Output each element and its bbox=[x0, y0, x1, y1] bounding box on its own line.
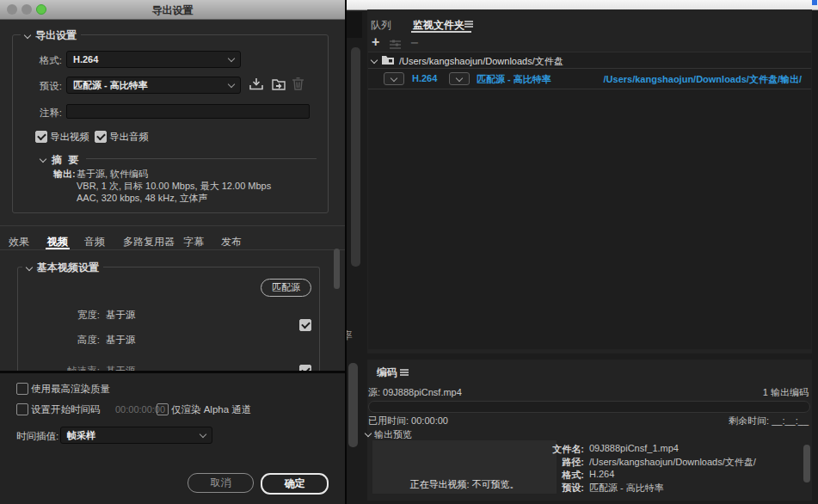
format-label: 格式: bbox=[26, 54, 62, 67]
encoding-source: 源: 09J888piCnsf.mp4 bbox=[368, 386, 462, 399]
export-video-label[interactable]: 导出视频 bbox=[50, 131, 89, 144]
chevron-down-icon bbox=[200, 430, 206, 437]
output-preview-legend[interactable]: 输出预览 bbox=[374, 428, 412, 441]
tab-publish[interactable]: 发布 bbox=[221, 235, 242, 249]
max-render-quality-checkbox[interactable] bbox=[16, 383, 28, 395]
file-name-label: 文件名: bbox=[532, 443, 584, 456]
background-fragment bbox=[347, 12, 362, 38]
tab-multiplexer[interactable]: 多路复用器 bbox=[123, 235, 175, 249]
row-divider bbox=[368, 89, 811, 89]
summary-line2: VBR, 1 次, 目标 10.00 Mbps, 最大 12.00 Mbps bbox=[77, 180, 271, 193]
video-setting-checkbox[interactable] bbox=[299, 319, 311, 331]
ok-button-label: 确定 bbox=[285, 476, 305, 491]
output-preview-box: 正在导出视频: 不可预览。 bbox=[372, 440, 557, 494]
auto-encode-settings-icon[interactable] bbox=[390, 40, 401, 49]
import-preset-icon[interactable] bbox=[272, 78, 286, 90]
remove-watch-folder-icon[interactable]: − bbox=[410, 35, 418, 51]
group-chevron-icon bbox=[26, 263, 33, 270]
watch-folder-icon bbox=[382, 55, 394, 65]
dialog-titlebar[interactable]: 导出设置 bbox=[0, 0, 345, 20]
encoding-panel: 编码 源: 09J888piCnsf.mp4 1 输出编码 已用时间: 00:0… bbox=[367, 360, 812, 501]
save-preset-icon[interactable] bbox=[249, 78, 263, 90]
panel-menu-icon[interactable] bbox=[464, 21, 473, 22]
watch-folder-path[interactable]: /Users/kangshaojun/Downloads/文件盘 bbox=[399, 55, 563, 68]
encoding-panel-title: 编码 bbox=[377, 366, 397, 380]
row-format-link[interactable]: H.264 bbox=[412, 73, 437, 83]
vertical-scrollbar-thumb[interactable] bbox=[803, 445, 810, 482]
path-label: 路径: bbox=[532, 456, 584, 469]
format-dropdown[interactable] bbox=[384, 72, 404, 85]
export-audio-checkbox[interactable] bbox=[95, 131, 107, 143]
collapse-chevron-icon[interactable] bbox=[371, 57, 378, 64]
render-alpha-checkbox[interactable] bbox=[157, 403, 169, 415]
active-tab-underline bbox=[46, 248, 70, 249]
cancel-button-label: 取消 bbox=[211, 476, 231, 490]
encoding-progress-bar bbox=[368, 401, 810, 413]
tab-effects[interactable]: 效果 bbox=[9, 235, 29, 249]
time-interpolation-value: 帧采样 bbox=[67, 429, 95, 442]
encoding-panel-menu-icon[interactable] bbox=[400, 369, 409, 371]
delete-preset-icon[interactable] bbox=[292, 77, 304, 90]
preview-message: 正在导出视频: 不可预览。 bbox=[372, 478, 557, 491]
preset-value: 匹配源 - 高比特率 bbox=[589, 482, 664, 495]
path-value: /Users/kangshaojun/Downloads/文件盘/ bbox=[589, 456, 756, 469]
dialog-scrollbar-thumb[interactable] bbox=[334, 249, 340, 289]
chevron-down-icon bbox=[391, 74, 397, 81]
ok-button[interactable]: 确定 bbox=[261, 473, 329, 495]
preset-label: 预设: bbox=[26, 80, 62, 93]
file-name-value: 09J888piCnsf_1.mp4 bbox=[589, 443, 679, 453]
app-root: 率 队列 监视文件夹 + − 格式 预设 输出文件夹 bbox=[0, 0, 818, 504]
watch-folder-row[interactable]: /Users/kangshaojun/Downloads/文件盘 bbox=[368, 52, 811, 68]
export-settings-dialog: 导出设置 导出设置 格式: H.264 预设: 匹配源 - 高比特率 bbox=[0, 0, 347, 504]
basic-video-settings-legend[interactable]: 基本视频设置 bbox=[22, 261, 103, 275]
match-source-button-label: 匹配源 bbox=[272, 281, 300, 294]
dialog-bottom-options: 使用最高渲染质量 设置开始时间码 00:00:00:00 仅渲染 Alpha 通… bbox=[0, 373, 345, 504]
chevron-down-icon bbox=[228, 54, 235, 61]
cancel-button[interactable]: 取消 bbox=[188, 473, 254, 493]
group-chevron-icon bbox=[24, 31, 31, 38]
check-icon bbox=[301, 320, 311, 329]
render-alpha-label[interactable]: 仅渲染 Alpha 通道 bbox=[171, 403, 251, 416]
row-preset-link[interactable]: 匹配源 - 高比特率 bbox=[477, 73, 551, 86]
start-timecode-checkbox[interactable] bbox=[16, 403, 28, 415]
match-source-button[interactable]: 匹配源 bbox=[261, 279, 311, 297]
watch-folders-panel: 队列 监视文件夹 + − 格式 预设 输出文件夹 bbox=[367, 9, 812, 353]
format-select-value: H.264 bbox=[73, 54, 98, 65]
export-settings-legend[interactable]: 导出设置 bbox=[21, 28, 81, 43]
remaining-time: 剩余时间: __:__:__ bbox=[729, 415, 809, 427]
watch-folder-list: /Users/kangshaojun/Downloads/文件盘 H.264 匹… bbox=[368, 52, 811, 349]
basic-video-settings-legend-text: 基本视频设置 bbox=[37, 261, 99, 275]
max-render-quality-label[interactable]: 使用最高渲染质量 bbox=[31, 383, 110, 396]
summary-output-label: 输出: bbox=[53, 168, 76, 181]
format-select[interactable]: H.264 bbox=[66, 51, 241, 68]
summary-line3: AAC, 320 kbps, 48 kHz, 立体声 bbox=[77, 192, 208, 205]
comment-input[interactable] bbox=[66, 104, 310, 119]
encoding-output-count: 1 输出编码 bbox=[763, 386, 809, 399]
add-watch-folder-icon[interactable]: + bbox=[372, 36, 379, 48]
export-settings-legend-text: 导出设置 bbox=[35, 28, 77, 43]
background-scrollbar[interactable] bbox=[348, 363, 358, 447]
format-value: H.264 bbox=[589, 469, 614, 479]
preset-select[interactable]: 匹配源 - 高比特率 bbox=[66, 77, 241, 94]
row-output-link[interactable]: /Users/kangshaojun/Downloads/文件盘/输出/ bbox=[604, 73, 802, 86]
active-tab-underline bbox=[411, 31, 471, 33]
tab-queue[interactable]: 队列 bbox=[371, 18, 391, 33]
tab-audio[interactable]: 音频 bbox=[84, 235, 105, 249]
summary-legend[interactable]: 摘 要 bbox=[52, 153, 80, 168]
dialog-title: 导出设置 bbox=[0, 3, 345, 18]
format-label: 格式: bbox=[532, 469, 584, 482]
export-audio-label[interactable]: 导出音频 bbox=[109, 131, 149, 144]
start-timecode-label[interactable]: 设置开始时间码 bbox=[31, 403, 101, 416]
summary-divider bbox=[86, 158, 317, 159]
background-scrollbar[interactable] bbox=[351, 47, 360, 267]
elapsed-time: 已用时间: 00:00:00 bbox=[368, 415, 448, 427]
output-row[interactable]: H.264 匹配源 - 高比特率 /Users/kangshaojun/Down… bbox=[368, 69, 811, 88]
time-interpolation-select[interactable]: 帧采样 bbox=[60, 427, 212, 444]
export-video-checkbox[interactable] bbox=[35, 131, 47, 143]
time-interpolation-label: 时间插值: bbox=[16, 430, 58, 443]
chevron-down-icon bbox=[456, 74, 463, 81]
tab-captions[interactable]: 字幕 bbox=[183, 235, 204, 249]
preset-dropdown[interactable] bbox=[449, 72, 470, 85]
preset-label: 预设: bbox=[532, 482, 584, 495]
check-icon bbox=[37, 132, 46, 141]
